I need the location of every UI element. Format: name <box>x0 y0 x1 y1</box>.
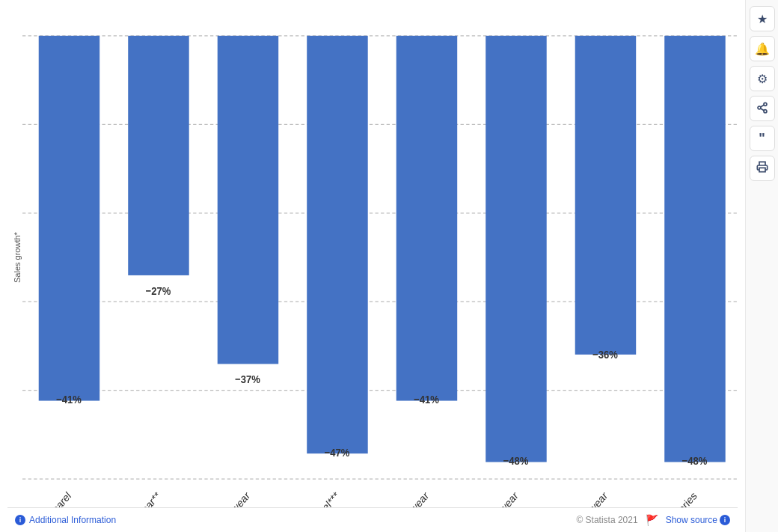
svg-rect-33 <box>759 168 765 171</box>
additional-info-label: Additional Information <box>29 515 116 525</box>
bar-athletic-footwear <box>486 36 546 462</box>
bell-icon: 🔔 <box>755 42 770 56</box>
bar-other-footwear <box>575 36 636 355</box>
show-source-link[interactable]: Show source i <box>666 515 730 525</box>
share-button[interactable] <box>750 96 775 121</box>
source-info-icon: i <box>720 515 730 525</box>
chart-container: Sales growth* 0% -10% -20% <box>7 7 738 507</box>
info-icon: i <box>15 515 25 525</box>
bar-all-apparel <box>39 36 99 401</box>
gear-icon: ⚙ <box>757 72 768 86</box>
star-icon: ★ <box>757 12 768 26</box>
svg-text:−47%: −47% <box>325 446 350 459</box>
svg-text:All apparel: All apparel <box>33 489 73 507</box>
svg-text:−36%: −36% <box>592 348 618 361</box>
bar-accessories <box>664 36 725 462</box>
svg-text:Accessories: Accessories <box>654 489 699 507</box>
chart-area: Sales growth* 0% -10% -20% <box>7 7 738 507</box>
print-button[interactable] <box>750 156 775 181</box>
svg-text:Basics and sleepwear**: Basics and sleepwear** <box>82 489 163 507</box>
settings-button[interactable]: ⚙ <box>750 66 775 91</box>
y-axis-label: Sales growth* <box>7 7 22 507</box>
svg-text:Other apparel***: Other apparel*** <box>284 489 342 507</box>
svg-point-30 <box>764 109 767 112</box>
bar-all-footwear <box>396 36 457 401</box>
additional-info-link[interactable]: i Additional Information <box>15 515 116 525</box>
svg-text:Athletic footwear: Athletic footwear <box>462 489 521 507</box>
svg-text:−48%: −48% <box>682 454 708 467</box>
svg-text:−48%: −48% <box>503 454 529 467</box>
footer: i Additional Information © Statista 2021… <box>7 507 738 532</box>
svg-text:−41%: −41% <box>56 393 82 406</box>
svg-text:−37%: −37% <box>235 373 260 385</box>
svg-text:All footwear: All footwear <box>387 489 431 507</box>
cite-button[interactable]: " <box>750 126 775 151</box>
footer-right: © Statista 2021 🚩 Show source i <box>576 514 730 526</box>
svg-text:Other footwear: Other footwear <box>556 489 610 507</box>
svg-text:−41%: −41% <box>414 393 439 406</box>
main-content: Sales growth* 0% -10% -20% <box>0 0 745 532</box>
sidebar: ★ 🔔 ⚙ " <box>745 0 778 532</box>
favorite-button[interactable]: ★ <box>750 6 775 31</box>
quote-icon: " <box>759 131 765 147</box>
bar-activewear <box>218 36 278 364</box>
bar-other-apparel <box>307 36 367 453</box>
svg-line-32 <box>760 105 764 107</box>
svg-line-31 <box>760 108 764 111</box>
print-icon <box>756 161 768 176</box>
copyright-label: © Statista 2021 <box>576 515 637 525</box>
svg-point-28 <box>764 103 767 106</box>
show-source-label: Show source <box>666 515 717 525</box>
share-icon <box>756 102 768 116</box>
bar-basics-sleepwear <box>128 36 189 275</box>
bar-chart: 0% -10% -20% -30% -40% -50% <box>22 7 738 507</box>
svg-text:−27%: −27% <box>146 284 171 297</box>
notification-button[interactable]: 🔔 <box>750 36 775 61</box>
flag-icon: 🚩 <box>646 514 658 526</box>
svg-text:Activewear: Activewear <box>210 489 252 507</box>
svg-point-29 <box>758 106 761 109</box>
